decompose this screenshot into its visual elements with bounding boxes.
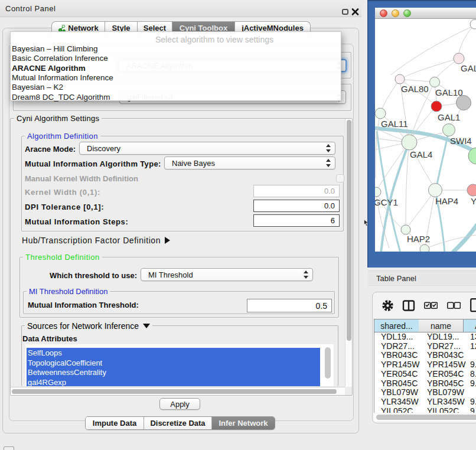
network-node[interactable]	[430, 77, 440, 87]
list-item[interactable]: TopologicalCoefficient	[28, 358, 102, 368]
mi-threshold-input[interactable]	[247, 299, 332, 312]
network-node-label: GAL4	[410, 149, 432, 159]
gear-icon[interactable]	[382, 299, 394, 312]
column-header-partial[interactable]: A	[463, 319, 476, 332]
list-vscrollbar-thumb[interactable]	[325, 347, 331, 379]
tab-infer-network[interactable]: Infer Network	[211, 417, 275, 429]
page-icon[interactable]	[470, 298, 476, 312]
table-row[interactable]: YIL052CYIL052C9.	[374, 407, 476, 413]
network-node[interactable]	[457, 96, 471, 110]
table-hscrollbar-track[interactable]	[374, 413, 476, 421]
table-row[interactable]: YDR27...YDR27...12	[374, 342, 476, 351]
network-node[interactable]	[375, 108, 386, 119]
float-window-icon[interactable]	[342, 9, 348, 15]
which-threshold-combo[interactable]: MI Threshold	[141, 268, 313, 281]
table-cell: 13	[470, 332, 476, 342]
dpi-tolerance-input[interactable]	[253, 200, 340, 212]
mi-algorithm-type-combo[interactable]: Naive Bayes	[164, 156, 335, 169]
control-panel-title: Control Panel	[5, 0, 56, 17]
dropdown-item-selected[interactable]: ARACNE Algorithm	[12, 64, 86, 73]
settings-vscrollbar-track[interactable]	[345, 119, 352, 387]
kernel-width-input[interactable]	[253, 185, 340, 197]
aracne-mode-combo[interactable]: Discovery	[79, 142, 335, 155]
hub-expand-arrow-icon[interactable]	[165, 237, 170, 244]
kernel-width-label: Kernel Width (0,1):	[25, 188, 100, 197]
network-node[interactable]	[470, 19, 476, 29]
apply-button[interactable]: Apply	[159, 398, 200, 410]
table-cell: YBR045C	[381, 379, 418, 389]
list-item[interactable]: gal4RGexp	[28, 377, 66, 387]
column-header-shared-name[interactable]: shared...	[374, 319, 419, 332]
dropdown-item[interactable]: Basic Correlation Inference	[12, 54, 108, 63]
zoom-traffic-light[interactable]	[403, 9, 411, 17]
network-node[interactable]	[395, 74, 405, 84]
list-item[interactable]: BetweennessCentrality	[28, 367, 106, 377]
network-node[interactable]	[420, 244, 429, 252]
mi-algorithm-type-value: Naive Bayes	[172, 157, 215, 169]
manual-kernel-width-checkbox[interactable]	[336, 174, 344, 182]
settings-hscrollbar-track[interactable]	[11, 387, 345, 395]
tab-impute-data[interactable]: Impute Data	[86, 417, 144, 429]
network-node-label: GAL10	[435, 87, 463, 97]
table-row[interactable]: YER054CYER054C8.	[374, 370, 476, 379]
network-view-canvas[interactable]: GALGAL80GAL10GAL1GAL11SWI4GAL4GCY1HAP4YH…	[375, 19, 476, 252]
tab-discretize-data[interactable]: Discretize Data	[144, 417, 211, 429]
network-node[interactable]	[443, 124, 455, 136]
table-row[interactable]: YBR043CYBR043C	[374, 351, 476, 360]
data-attributes-list[interactable]: SelfLoops TopologicalCoefficient Between…	[25, 344, 334, 386]
network-node[interactable]	[429, 184, 442, 197]
columns-icon[interactable]	[402, 299, 415, 312]
settings-vscrollbar-thumb[interactable]	[347, 120, 352, 341]
table-row[interactable]: YPR145WYPR145W9.	[374, 360, 476, 370]
minimize-traffic-light[interactable]	[392, 9, 399, 17]
network-node[interactable]	[467, 184, 476, 196]
mi-threshold-group-title: MI Threshold Definition	[27, 287, 110, 296]
apply-button-label: Apply	[170, 400, 190, 409]
dropdown-item[interactable]: Dream8 DC_TDC Algorithm	[12, 93, 110, 102]
which-threshold-label: Which threshold to use:	[50, 271, 137, 280]
data-attributes-label: Data Attributes	[22, 334, 77, 343]
table-cell: 12	[470, 342, 476, 351]
network-node[interactable]	[431, 101, 442, 112]
network-edge[interactable]	[452, 224, 476, 252]
network-node[interactable]	[402, 135, 417, 150]
manual-kernel-width-label: Manual Kernel Width Definition	[25, 174, 138, 183]
dropdown-item[interactable]: Bayesian – Hill Climbing	[12, 44, 98, 54]
network-node-label: GAL80	[401, 84, 429, 94]
settings-hscrollbar-thumb[interactable]	[12, 389, 337, 394]
close-icon[interactable]	[351, 8, 359, 15]
table-cell: YDR27...	[427, 342, 461, 351]
column-header-name[interactable]: name	[419, 319, 463, 332]
network-canvas-svg: GALGAL80GAL10GAL1GAL11SWI4GAL4GCY1HAP4YH…	[375, 19, 476, 252]
sources-collapse-arrow-icon[interactable]	[143, 324, 150, 328]
table-row[interactable]: YBR045CYBR045C9.	[374, 379, 476, 389]
network-edge[interactable]	[382, 79, 400, 109]
node-table: shared... name A YDL19...YDL19...13 YDR2…	[374, 318, 476, 420]
tab-impute-data-label: Impute Data	[93, 419, 136, 428]
select-all-checkboxes-icon[interactable]	[424, 302, 438, 309]
table-row[interactable]: YBL079WYBL079W	[374, 388, 476, 397]
dropdown-item[interactable]: Bayesian – K2	[12, 83, 63, 92]
table-row[interactable]: YDL19...YDL19...13	[374, 332, 476, 342]
column-header-label: name	[431, 321, 451, 331]
network-edge[interactable]	[406, 142, 409, 225]
mi-steps-input[interactable]	[253, 214, 340, 227]
network-node[interactable]	[401, 225, 410, 234]
network-edge[interactable]	[405, 58, 459, 77]
dropdown-item[interactable]: Mutual Information Inference	[12, 73, 113, 83]
algorithm-dropdown-popup: Select algorithm to view settings Bayesi…	[10, 31, 341, 101]
threshold-definition-title: Threshold Definition	[23, 253, 102, 262]
table-cell: YDL19...	[427, 332, 459, 342]
deselect-all-checkboxes-icon[interactable]	[447, 302, 461, 309]
network-node[interactable]	[454, 53, 464, 64]
tab-infer-network-label: Infer Network	[219, 419, 268, 428]
network-edge[interactable]	[379, 142, 409, 187]
network-window-titlebar	[375, 8, 476, 19]
table-row[interactable]: YLR345WYLR345W9.	[374, 397, 476, 407]
table-panel-title: Table Panel	[376, 271, 416, 286]
docked-panel-icon[interactable]	[4, 446, 14, 450]
table-hscrollbar-thumb[interactable]	[376, 415, 476, 420]
list-item[interactable]: SelfLoops	[28, 348, 62, 358]
network-node[interactable]	[375, 187, 381, 197]
close-traffic-light[interactable]	[380, 9, 387, 17]
